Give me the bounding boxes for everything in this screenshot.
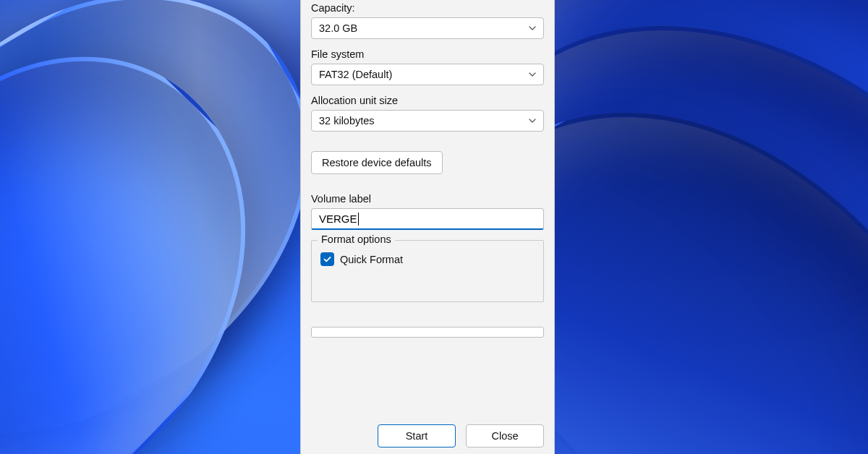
capacity-select[interactable]: 32.0 GB (311, 17, 544, 39)
volume-label-value: VERGE (319, 213, 357, 225)
allocation-unit-size-field: Allocation unit size 32 kilobytes (311, 95, 544, 132)
volume-label-input[interactable]: VERGE (311, 208, 544, 230)
file-system-value: FAT32 (Default) (319, 69, 392, 80)
close-button[interactable]: Close (466, 424, 544, 447)
progress-bar (311, 327, 544, 338)
format-options-legend: Format options (318, 234, 395, 245)
format-options-group: Format options Quick Format (311, 240, 544, 302)
volume-label-field: Volume label VERGE (311, 193, 544, 230)
allocation-unit-size-select[interactable]: 32 kilobytes (311, 110, 544, 132)
text-caret (358, 213, 359, 226)
start-button[interactable]: Start (378, 424, 456, 447)
quick-format-row: Quick Format (320, 252, 535, 266)
capacity-field: Capacity: 32.0 GB (311, 2, 544, 39)
chevron-down-icon (528, 70, 537, 79)
chevron-down-icon (528, 116, 537, 125)
capacity-label: Capacity: (311, 2, 544, 14)
restore-defaults-row: Restore device defaults (311, 151, 544, 174)
capacity-value: 32.0 GB (319, 22, 357, 34)
restore-defaults-label: Restore device defaults (322, 157, 432, 168)
file-system-label: File system (311, 48, 544, 60)
file-system-field: File system FAT32 (Default) (311, 48, 544, 85)
dialog-buttons: Start Close (311, 424, 544, 447)
chevron-down-icon (528, 24, 537, 33)
format-dialog: Capacity: 32.0 GB File system FAT32 (Def… (300, 0, 555, 454)
check-icon (323, 254, 332, 264)
quick-format-label: Quick Format (340, 254, 403, 265)
volume-label-label: Volume label (311, 193, 544, 205)
quick-format-checkbox[interactable] (320, 252, 334, 266)
file-system-select[interactable]: FAT32 (Default) (311, 64, 544, 85)
allocation-unit-size-value: 32 kilobytes (319, 115, 375, 127)
close-button-label: Close (491, 430, 518, 442)
allocation-unit-size-label: Allocation unit size (311, 95, 544, 106)
restore-defaults-button[interactable]: Restore device defaults (311, 151, 443, 174)
start-button-label: Start (406, 430, 428, 442)
